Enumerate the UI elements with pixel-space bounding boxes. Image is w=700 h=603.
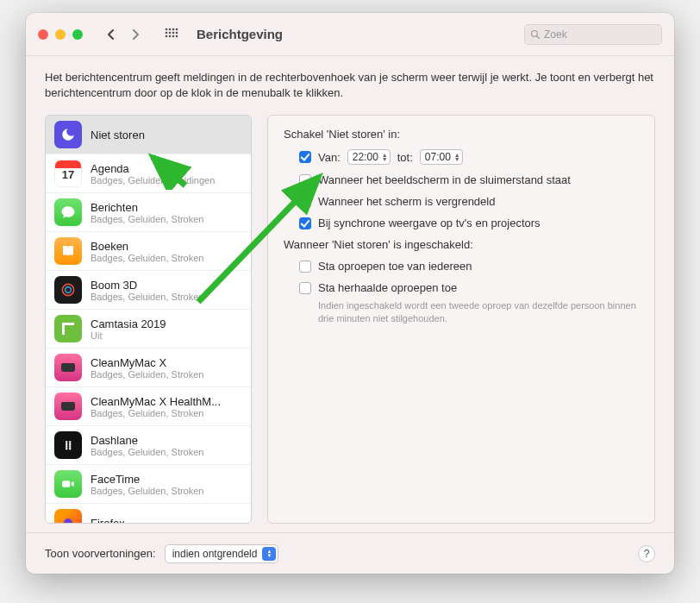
window-controls — [38, 29, 83, 40]
detail-panel: Schakel 'Niet storen' in: Van: 22:00 ▲▼ … — [267, 115, 655, 524]
panels: Niet storen 17 Agenda Badges, Geluiden, … — [45, 115, 655, 524]
app-sub: Badges, Geluiden, Meldingen — [91, 175, 215, 185]
from-stepper[interactable]: ▲▼ — [382, 153, 388, 161]
calendar-icon: 17 — [54, 160, 82, 187]
enable-section-label: Schakel 'Niet storen' in: — [284, 128, 639, 141]
books-icon — [54, 237, 82, 265]
sidebar-item-camtasia[interactable]: Camtasia 2019 Uit — [46, 310, 251, 349]
when-sleep-row: Wanneer het beeldscherm in de sluimersta… — [299, 173, 639, 186]
titlebar: Berichtgeving Zoek — [26, 13, 674, 56]
sidebar-item-facetime[interactable]: FaceTime Badges, Geluiden, Stroken — [46, 465, 251, 504]
svg-point-14 — [62, 285, 73, 296]
from-label: Van: — [318, 151, 341, 164]
to-stepper[interactable]: ▲▼ — [454, 153, 460, 161]
dashlane-icon: ⁞⁞ — [54, 431, 82, 459]
to-label: tot: — [397, 151, 413, 164]
from-time-field[interactable]: 22:00 ▲▼ — [347, 149, 391, 165]
when-sleep-label: Wanneer het beeldscherm in de sluimersta… — [318, 173, 571, 186]
svg-point-0 — [166, 28, 168, 30]
app-sub: Uit — [91, 330, 166, 341]
do-not-disturb-icon — [54, 121, 82, 148]
when-on-section-label: Wanneer 'Niet storen' is ingeschakeld: — [284, 238, 639, 251]
previews-select[interactable]: indien ontgrendeld ▲▼ — [165, 544, 279, 563]
search-input[interactable]: Zoek — [524, 24, 662, 45]
when-sleep-checkbox[interactable] — [299, 174, 311, 186]
app-name: Camtasia 2019 — [91, 317, 166, 330]
svg-rect-16 — [62, 481, 70, 488]
select-arrows-icon: ▲▼ — [262, 547, 276, 561]
app-name: Firefox — [91, 517, 125, 524]
svg-point-15 — [66, 287, 72, 293]
show-all-prefs-button[interactable] — [160, 25, 183, 44]
sidebar-item-cleanmymac-health[interactable]: CleanMyMac X HealthM... Badges, Geluiden… — [46, 387, 251, 426]
firefox-icon — [54, 509, 82, 524]
cleanmymac-health-icon — [54, 393, 82, 420]
app-name: Dashlane — [91, 434, 203, 447]
app-name: Niet storen — [91, 129, 145, 141]
footer-bar: Toon voorvertoningen: indien ontgrendeld… — [26, 532, 674, 574]
app-sub: Badges, Geluiden, Stroken — [91, 214, 203, 224]
sidebar-item-boeken[interactable]: Boeken Badges, Geluiden, Stroken — [46, 232, 251, 271]
page-title: Berichtgeving — [197, 27, 283, 41]
sidebar-item-firefox[interactable]: Firefox — [46, 504, 251, 524]
app-sub: Badges, Geluiden, Stroken — [91, 486, 203, 496]
svg-point-11 — [176, 35, 178, 37]
sidebar-item-boom3d[interactable]: Boom 3D Badges, Geluiden, Stroken — [46, 271, 251, 310]
svg-point-3 — [176, 28, 178, 30]
when-locked-checkbox[interactable] — [299, 196, 311, 208]
svg-point-6 — [172, 31, 175, 34]
allow-all-row: Sta oproepen toe van iedereen — [299, 260, 639, 273]
back-button[interactable] — [100, 25, 122, 44]
previews-selected: indien ontgrendeld — [172, 548, 258, 560]
to-time-field[interactable]: 07:00 ▲▼ — [420, 149, 463, 165]
allow-repeat-row: Sta herhaalde oproepen toe — [299, 281, 639, 294]
app-name: FaceTime — [91, 473, 203, 486]
help-button[interactable]: ? — [638, 545, 655, 562]
allow-repeat-checkbox[interactable] — [299, 282, 311, 294]
sidebar-item-agenda[interactable]: 17 Agenda Badges, Geluiden, Meldingen — [46, 154, 251, 193]
minimize-window-button[interactable] — [55, 29, 66, 40]
app-sub: Badges, Geluiden, Stroken — [91, 408, 221, 418]
sidebar-item-dashlane[interactable]: ⁞⁞ Dashlane Badges, Geluiden, Stroken — [46, 426, 251, 465]
allow-all-checkbox[interactable] — [299, 261, 311, 273]
sidebar-item-niet-storen[interactable]: Niet storen — [46, 116, 251, 154]
app-name: Agenda — [91, 162, 215, 175]
when-mirroring-label: Bij synchrone weergave op tv's en projec… — [318, 217, 541, 229]
when-mirroring-checkbox[interactable] — [299, 217, 311, 229]
forward-button[interactable] — [124, 25, 147, 44]
schedule-row: Van: 22:00 ▲▼ tot: 07:00 ▲▼ — [299, 149, 639, 165]
cleanmymac-icon — [54, 354, 82, 381]
app-name: Berichten — [91, 201, 203, 214]
svg-point-4 — [166, 31, 168, 34]
when-mirroring-row: Bij synchrone weergave op tv's en projec… — [299, 217, 639, 229]
when-locked-label: Wanneer het scherm is vergrendeld — [318, 195, 495, 208]
svg-point-5 — [169, 31, 172, 34]
app-sub: Badges, Geluiden, Stroken — [91, 253, 203, 263]
facetime-icon — [54, 470, 82, 498]
boom3d-icon — [54, 276, 82, 304]
svg-point-9 — [169, 35, 172, 37]
zoom-window-button[interactable] — [72, 29, 83, 40]
svg-point-2 — [172, 28, 175, 30]
schedule-checkbox[interactable] — [299, 151, 311, 163]
svg-point-1 — [169, 28, 172, 30]
app-sub: Badges, Geluiden, Stroken — [91, 292, 203, 302]
search-icon — [530, 29, 541, 40]
when-locked-row: Wanneer het scherm is vergrendeld — [299, 195, 639, 208]
app-name: Boom 3D — [91, 279, 203, 292]
pane-description: Het berichtencentrum geeft meldingen in … — [45, 70, 655, 101]
sidebar-item-berichten[interactable]: Berichten Badges, Geluiden, Stroken — [46, 193, 251, 232]
app-name: Boeken — [91, 240, 203, 253]
app-sub: Badges, Geluiden, Stroken — [91, 447, 203, 457]
app-list[interactable]: Niet storen 17 Agenda Badges, Geluiden, … — [45, 115, 252, 524]
search-placeholder: Zoek — [544, 28, 567, 41]
repeat-hint: Indien ingeschakeld wordt een tweede opr… — [318, 299, 639, 325]
sidebar-item-cleanmymac[interactable]: CleanMyMac X Badges, Geluiden, Stroken — [46, 349, 251, 387]
svg-line-13 — [537, 35, 540, 38]
allow-repeat-label: Sta herhaalde oproepen toe — [318, 281, 457, 294]
svg-point-8 — [166, 35, 168, 37]
allow-all-label: Sta oproepen toe van iedereen — [318, 260, 472, 273]
close-window-button[interactable] — [38, 29, 48, 40]
app-name: CleanMyMac X HealthM... — [91, 395, 221, 408]
previews-label: Toon voorvertoningen: — [45, 547, 156, 560]
